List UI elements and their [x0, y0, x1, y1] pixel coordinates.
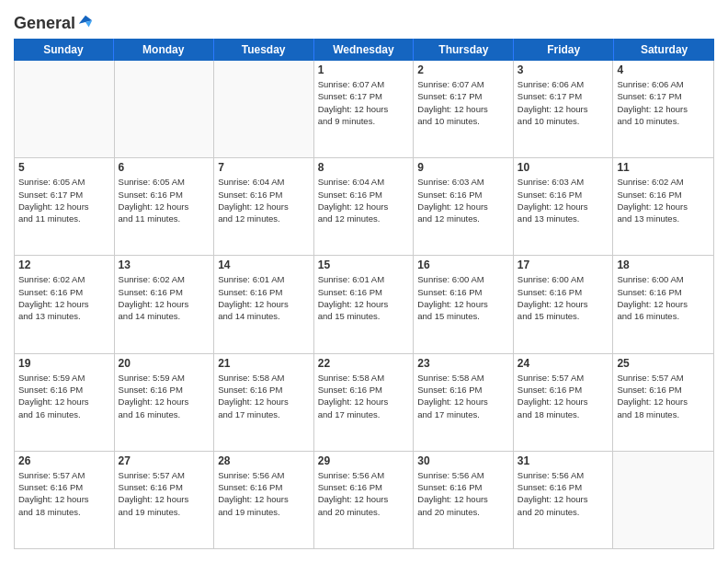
day-number: 12 [18, 259, 110, 271]
day-info: Sunrise: 5:58 AM Sunset: 6:16 PM Dayligh… [218, 372, 310, 420]
day-info: Sunrise: 6:03 AM Sunset: 6:16 PM Dayligh… [417, 176, 509, 224]
day-cell-26: 26Sunrise: 5:57 AM Sunset: 6:16 PM Dayli… [15, 452, 115, 548]
day-number: 17 [518, 259, 609, 271]
weekday-header-saturday: Saturday [614, 39, 714, 61]
day-cell-14: 14Sunrise: 6:01 AM Sunset: 6:16 PM Dayli… [214, 256, 314, 352]
day-info: Sunrise: 6:03 AM Sunset: 6:16 PM Dayligh… [518, 176, 609, 224]
day-cell-23: 23Sunrise: 5:58 AM Sunset: 6:16 PM Dayli… [414, 354, 514, 451]
day-cell-30: 30Sunrise: 5:56 AM Sunset: 6:16 PM Dayli… [414, 452, 514, 548]
day-cell-27: 27Sunrise: 5:57 AM Sunset: 6:16 PM Dayli… [115, 452, 215, 548]
day-number: 5 [18, 161, 110, 174]
day-info: Sunrise: 5:57 AM Sunset: 6:16 PM Dayligh… [119, 469, 210, 518]
day-cell-25: 25Sunrise: 5:57 AM Sunset: 6:16 PM Dayli… [613, 354, 713, 451]
day-info: Sunrise: 5:56 AM Sunset: 6:16 PM Dayligh… [518, 469, 609, 518]
day-info: Sunrise: 6:07 AM Sunset: 6:17 PM Dayligh… [417, 78, 509, 127]
day-info: Sunrise: 5:58 AM Sunset: 6:16 PM Dayligh… [318, 372, 410, 420]
day-number: 19 [18, 357, 110, 370]
day-number: 10 [518, 161, 609, 174]
day-cell-18: 18Sunrise: 6:00 AM Sunset: 6:16 PM Dayli… [613, 256, 713, 352]
day-info: Sunrise: 6:06 AM Sunset: 6:17 PM Dayligh… [617, 78, 710, 127]
day-cell-12: 12Sunrise: 6:02 AM Sunset: 6:16 PM Dayli… [15, 256, 115, 352]
day-number: 7 [218, 161, 310, 174]
day-number: 21 [218, 357, 310, 370]
day-cell-1: 1Sunrise: 6:07 AM Sunset: 6:17 PM Daylig… [314, 61, 415, 157]
day-number: 24 [518, 357, 609, 370]
day-info: Sunrise: 5:58 AM Sunset: 6:16 PM Dayligh… [417, 372, 509, 420]
day-info: Sunrise: 6:06 AM Sunset: 6:17 PM Dayligh… [518, 78, 609, 127]
day-cell-11: 11Sunrise: 6:02 AM Sunset: 6:16 PM Dayli… [613, 158, 713, 255]
weekday-header-friday: Friday [514, 39, 614, 61]
day-cell-4: 4Sunrise: 6:06 AM Sunset: 6:17 PM Daylig… [613, 61, 713, 157]
day-number: 16 [417, 259, 509, 271]
day-number: 30 [417, 454, 509, 467]
day-number: 23 [417, 357, 509, 370]
day-cell-20: 20Sunrise: 5:59 AM Sunset: 6:16 PM Dayli… [115, 354, 215, 451]
day-cell-13: 13Sunrise: 6:02 AM Sunset: 6:16 PM Dayli… [115, 256, 215, 352]
day-number: 9 [417, 161, 509, 174]
day-info: Sunrise: 5:57 AM Sunset: 6:16 PM Dayligh… [617, 372, 710, 420]
day-cell-5: 5Sunrise: 6:05 AM Sunset: 6:17 PM Daylig… [15, 158, 115, 255]
logo-bird-icon [77, 14, 94, 30]
page: General SundayMondayTuesdayWednesdayThur… [0, 0, 728, 563]
day-number: 2 [417, 63, 509, 76]
day-number: 11 [617, 161, 710, 174]
empty-cell [214, 61, 314, 157]
day-number: 29 [318, 454, 410, 467]
day-cell-22: 22Sunrise: 5:58 AM Sunset: 6:16 PM Dayli… [314, 354, 415, 451]
calendar-row-2: 12Sunrise: 6:02 AM Sunset: 6:16 PM Dayli… [15, 256, 713, 353]
day-number: 14 [218, 259, 310, 271]
day-cell-28: 28Sunrise: 5:56 AM Sunset: 6:16 PM Dayli… [214, 452, 314, 548]
day-info: Sunrise: 5:56 AM Sunset: 6:16 PM Dayligh… [417, 469, 509, 518]
day-number: 27 [119, 454, 210, 467]
day-cell-21: 21Sunrise: 5:58 AM Sunset: 6:16 PM Dayli… [214, 354, 314, 451]
day-cell-7: 7Sunrise: 6:04 AM Sunset: 6:16 PM Daylig… [214, 158, 314, 255]
weekday-header-monday: Monday [114, 39, 214, 61]
day-number: 15 [318, 259, 410, 271]
day-cell-17: 17Sunrise: 6:00 AM Sunset: 6:16 PM Dayli… [514, 256, 614, 352]
day-info: Sunrise: 5:57 AM Sunset: 6:16 PM Dayligh… [518, 372, 609, 420]
logo-general: General [14, 14, 75, 33]
day-info: Sunrise: 6:05 AM Sunset: 6:17 PM Dayligh… [18, 176, 110, 224]
empty-cell [115, 61, 215, 157]
day-cell-3: 3Sunrise: 6:06 AM Sunset: 6:17 PM Daylig… [514, 61, 614, 157]
day-number: 22 [318, 357, 410, 370]
day-info: Sunrise: 5:56 AM Sunset: 6:16 PM Dayligh… [318, 469, 410, 518]
day-cell-29: 29Sunrise: 5:56 AM Sunset: 6:16 PM Dayli… [314, 452, 415, 548]
day-info: Sunrise: 6:04 AM Sunset: 6:16 PM Dayligh… [218, 176, 310, 224]
weekday-header-tuesday: Tuesday [214, 39, 314, 61]
day-number: 31 [518, 454, 609, 467]
day-cell-2: 2Sunrise: 6:07 AM Sunset: 6:17 PM Daylig… [414, 61, 514, 157]
day-number: 3 [518, 63, 609, 76]
weekday-header-sunday: Sunday [14, 39, 114, 61]
day-info: Sunrise: 6:01 AM Sunset: 6:16 PM Dayligh… [318, 273, 410, 322]
day-cell-6: 6Sunrise: 6:05 AM Sunset: 6:16 PM Daylig… [115, 158, 215, 255]
day-cell-8: 8Sunrise: 6:04 AM Sunset: 6:16 PM Daylig… [314, 158, 415, 255]
day-cell-19: 19Sunrise: 5:59 AM Sunset: 6:16 PM Dayli… [15, 354, 115, 451]
day-cell-9: 9Sunrise: 6:03 AM Sunset: 6:16 PM Daylig… [414, 158, 514, 255]
day-number: 28 [218, 454, 310, 467]
day-number: 20 [119, 357, 210, 370]
day-info: Sunrise: 6:00 AM Sunset: 6:16 PM Dayligh… [518, 273, 609, 322]
day-number: 18 [617, 259, 710, 271]
day-cell-10: 10Sunrise: 6:03 AM Sunset: 6:16 PM Dayli… [514, 158, 614, 255]
day-info: Sunrise: 5:59 AM Sunset: 6:16 PM Dayligh… [119, 372, 210, 420]
day-number: 25 [617, 357, 710, 370]
logo: General [14, 14, 94, 29]
day-number: 8 [318, 161, 410, 174]
day-cell-16: 16Sunrise: 6:00 AM Sunset: 6:16 PM Dayli… [414, 256, 514, 352]
day-info: Sunrise: 6:01 AM Sunset: 6:16 PM Dayligh… [218, 273, 310, 322]
day-info: Sunrise: 6:07 AM Sunset: 6:17 PM Dayligh… [318, 78, 410, 127]
day-number: 6 [119, 161, 210, 174]
day-number: 4 [617, 63, 710, 76]
calendar: SundayMondayTuesdayWednesdayThursdayFrid… [14, 39, 714, 549]
day-number: 26 [18, 454, 110, 467]
day-number: 1 [318, 63, 410, 76]
day-info: Sunrise: 6:02 AM Sunset: 6:16 PM Dayligh… [18, 273, 110, 322]
calendar-row-4: 26Sunrise: 5:57 AM Sunset: 6:16 PM Dayli… [15, 452, 713, 548]
empty-cell [613, 452, 713, 548]
empty-cell [15, 61, 115, 157]
calendar-row-0: 1Sunrise: 6:07 AM Sunset: 6:17 PM Daylig… [15, 61, 713, 158]
calendar-row-3: 19Sunrise: 5:59 AM Sunset: 6:16 PM Dayli… [15, 354, 713, 452]
day-info: Sunrise: 6:02 AM Sunset: 6:16 PM Dayligh… [617, 176, 710, 224]
day-cell-15: 15Sunrise: 6:01 AM Sunset: 6:16 PM Dayli… [314, 256, 415, 352]
